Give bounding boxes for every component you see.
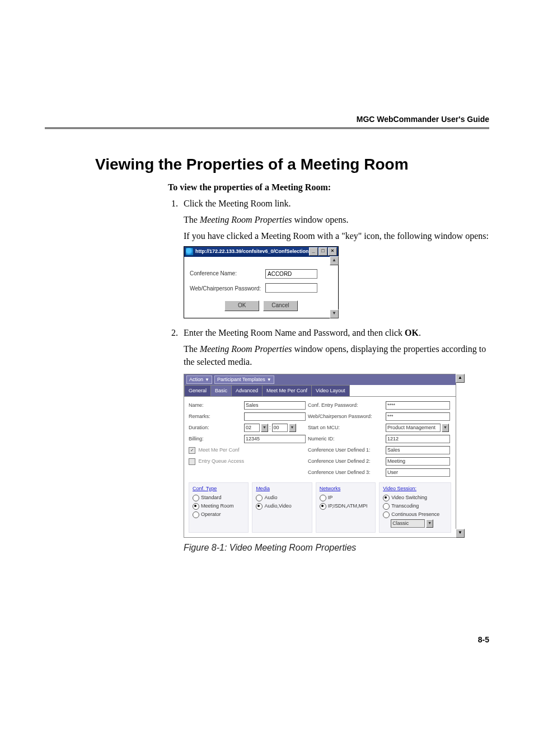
entry-queue-access-cblabel: Entry Queue Access [199, 458, 245, 464]
meet-me-per-conf-cblabel: Meet Me Per Conf [199, 447, 240, 453]
step-1-text: Click the Meeting Room link. [184, 199, 291, 208]
tab-advanced[interactable]: Advanced [231, 385, 263, 396]
udf3-label: Conference User Defined 3: [308, 469, 383, 476]
duration-hours-input[interactable]: 02 [244, 424, 260, 432]
conf-type-standard-radio[interactable] [193, 495, 199, 501]
step-2-text-post: . [419, 328, 421, 337]
duration-minutes-input[interactable]: 00 [272, 424, 288, 432]
step-2-para-1: The Meeting Room Properties window opens… [184, 342, 489, 368]
text-fragment: window opens. [292, 215, 349, 224]
outer-scroll-up-button[interactable]: ▲ [456, 374, 465, 383]
transcoding-radio[interactable] [383, 503, 390, 510]
start-on-mcu-dropdown[interactable]: ▼ [442, 424, 449, 432]
media-audio-radio[interactable] [256, 495, 263, 501]
menu-participant-templates[interactable]: Participant Templates ▼ [214, 375, 274, 384]
name-input[interactable]: Sales [244, 401, 306, 410]
scroll-down-button[interactable]: ▼ [330, 309, 339, 318]
media-box: Media Audio Audio,Video [252, 482, 312, 533]
tab-general[interactable]: General [184, 385, 211, 396]
cancel-button[interactable]: Cancel [263, 300, 298, 311]
outer-scroll-down-button[interactable]: ▼ [456, 529, 465, 538]
step-1: Click the Meeting Room link. The Meeting… [180, 197, 489, 318]
text-fragment-italic: Meeting Room Properties [200, 344, 292, 354]
meeting-room-properties-window: ▲ ▼ Action ▼ Participant Templates ▼ [184, 374, 456, 538]
password-dialog: http://172.22.133.39/confsitev6_0/ConfSe… [184, 246, 339, 318]
dialog-title: http://172.22.133.39/confsitev6_0/ConfSe… [195, 248, 308, 255]
section-title: Viewing the Properties of a Meeting Room [95, 156, 489, 173]
ok-button[interactable]: OK [224, 300, 259, 311]
menu-bar: Action ▼ Participant Templates ▼ [184, 374, 456, 385]
continuous-presence-mode-select[interactable]: Classic [391, 519, 425, 528]
running-head: MGC WebCommander User's Guide [45, 115, 489, 127]
step-2: Enter the Meeting Room Name and Password… [180, 326, 489, 555]
udf2-input[interactable]: Meeting [386, 457, 450, 466]
tab-meet-me-per-conf[interactable]: Meet Me Per Conf [262, 385, 312, 396]
conf-type-operator-label: Operator [201, 511, 221, 517]
networks-box: Networks IP IP,ISDN,ATM,MPI [316, 482, 376, 533]
conf-type-meeting-room-radio[interactable] [193, 503, 199, 510]
text-fragment-italic: Meeting Room Properties [200, 215, 292, 224]
figure-caption: Figure 8-1: Video Meeting Room Propertie… [184, 541, 489, 554]
continuous-presence-label: Continuous Presence [391, 511, 439, 517]
video-switching-radio[interactable] [383, 495, 390, 501]
duration-minutes-dropdown[interactable]: ▼ [289, 424, 296, 432]
media-audio-label: Audio [264, 495, 277, 500]
networks-title[interactable]: Networks [320, 485, 372, 492]
web-chair-password-label: Web/Chairperson Password: [190, 285, 265, 293]
continuous-presence-radio[interactable] [383, 511, 390, 518]
entry-queue-access-row: Entry Queue Access [189, 458, 306, 465]
scroll-up-button[interactable]: ▲ [330, 256, 339, 265]
remarks-label: Remarks: [189, 413, 242, 420]
numeric-id-label: Numeric ID: [308, 435, 383, 443]
duration-label: Duration: [189, 424, 242, 431]
networks-ip-isdn-radio[interactable] [320, 503, 326, 510]
udf1-input[interactable]: Sales [386, 446, 450, 454]
conference-name-input[interactable]: ACCORD [265, 269, 317, 279]
duration-hours-dropdown[interactable]: ▼ [261, 424, 268, 432]
close-button[interactable]: × [328, 247, 337, 256]
networks-ip-radio[interactable] [320, 495, 326, 501]
entry-queue-access-checkbox[interactable] [189, 458, 195, 465]
conference-name-label: Conference Name: [190, 270, 265, 278]
conf-entry-password-input[interactable]: **** [386, 401, 450, 410]
web-chair-password-input-2[interactable]: *** [386, 412, 450, 421]
tab-bar: General Basic Advanced Meet Me Per Conf … [184, 385, 456, 397]
text-fragment: The [184, 215, 200, 224]
menu-participant-templates-label: Participant Templates [217, 376, 265, 383]
dropdown-icon: ▼ [267, 377, 271, 383]
step-1-para-2: If you have clicked a Meeting Room with … [184, 229, 489, 242]
dialog-titlebar: http://172.22.133.39/confsitev6_0/ConfSe… [184, 247, 338, 257]
video-switching-label: Video Switching [391, 495, 427, 500]
video-session-title[interactable]: Video Session: [383, 485, 447, 492]
ie-icon [185, 247, 194, 256]
conf-type-title[interactable]: Conf. Type [193, 485, 245, 492]
media-audio-video-label: Audio,Video [264, 503, 291, 509]
procedure-heading: To view the properties of a Meeting Room… [168, 182, 489, 192]
tab-basic[interactable]: Basic [210, 385, 232, 396]
conf-type-box: Conf. Type Standard Meeting Room Operato… [189, 482, 249, 533]
media-audio-video-radio[interactable] [256, 503, 263, 510]
conf-type-meeting-room-label: Meeting Room [201, 503, 234, 509]
start-on-mcu-field: Product Management ▼ [386, 424, 450, 432]
dropdown-icon: ▼ [205, 377, 209, 383]
conf-type-standard-label: Standard [201, 495, 222, 500]
start-on-mcu-select[interactable]: Product Management [386, 424, 441, 432]
meet-me-per-conf-row: ✓ Meet Me Per Conf [189, 447, 306, 454]
menu-action[interactable]: Action ▼ [186, 375, 212, 384]
media-title[interactable]: Media [256, 485, 308, 492]
numeric-id-input[interactable]: 1212 [386, 435, 450, 443]
billing-input[interactable]: 12345 [244, 435, 306, 443]
networks-ip-isdn-label: IP,ISDN,ATM,MPI [328, 503, 368, 509]
web-chair-password-input[interactable] [265, 283, 317, 293]
conf-type-operator-radio[interactable] [193, 511, 199, 518]
step-2-text-pre: Enter the Meeting Room Name and Password… [184, 328, 405, 337]
tab-video-layout[interactable]: Video Layout [311, 385, 349, 396]
meet-me-per-conf-checkbox[interactable]: ✓ [189, 447, 195, 454]
header-rule [45, 128, 489, 129]
maximize-button[interactable]: □ [318, 247, 327, 256]
page-number: 8-5 [478, 635, 489, 644]
minimize-button[interactable]: _ [309, 247, 318, 256]
remarks-input[interactable] [244, 412, 306, 421]
continuous-presence-mode-dropdown[interactable]: ▼ [426, 519, 433, 528]
udf3-input[interactable]: User [386, 468, 450, 477]
